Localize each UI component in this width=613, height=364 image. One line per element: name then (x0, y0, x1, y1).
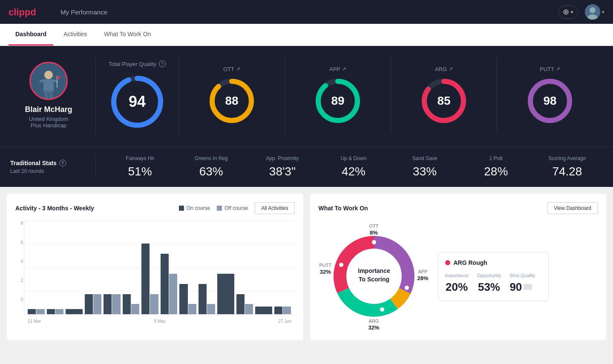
bar-on (123, 294, 131, 314)
svg-point-29 (405, 286, 409, 290)
bar-group-12 (236, 294, 253, 314)
bar-off (188, 304, 196, 314)
avatar (585, 4, 600, 20)
ott-label: OTT (223, 66, 234, 72)
bar-off (93, 294, 101, 314)
player-name: Blair McHarg (25, 105, 72, 114)
bar-off (207, 304, 215, 314)
info-card-title: ARG Rough (445, 259, 541, 266)
bar-on (47, 309, 55, 314)
putt-label: PUTT (540, 66, 554, 72)
trad-help-icon[interactable]: ? (59, 160, 66, 166)
x-label-may: 9 May (154, 319, 165, 324)
bar-on (104, 294, 112, 314)
bar-off (131, 304, 139, 314)
tab-dashboard[interactable]: Dashboard (9, 24, 53, 46)
app-value: 89 (331, 94, 344, 108)
info-card-dot (445, 260, 450, 265)
trad-stats-sublabel: Last 20 rounds (10, 168, 95, 174)
chart-title: Activity - 3 Months - Weekly (15, 205, 94, 212)
svg-point-31 (339, 263, 343, 267)
player-handicap: Plus Handicap (31, 122, 66, 129)
trad-stats-label: Traditional Stats ? (10, 160, 95, 166)
on-course-swatch (179, 206, 184, 211)
off-course-label: Off course (224, 205, 248, 211)
svg-text:Importance: Importance (358, 267, 390, 274)
user-avatar-button[interactable]: ▾ (585, 4, 604, 20)
bar-on (141, 244, 150, 314)
app-trend: ↗ (342, 66, 346, 72)
trad-stat-oneputt: 1 Putt 28% (460, 155, 532, 178)
bar-group-5 (104, 294, 121, 314)
svg-point-28 (372, 240, 376, 244)
add-button[interactable]: ⊕ ▾ (558, 5, 578, 19)
donut-label-arg: ARG 32% (368, 317, 379, 331)
main-content: Activity - 3 Months - Weekly On course O… (0, 187, 613, 347)
bar-off (55, 309, 63, 314)
info-card-stats: Importance 20% Opportunity 53% Shot Qual… (445, 273, 541, 294)
bar-group-6 (123, 294, 140, 314)
tab-what-to-work-on[interactable]: What To Work On (97, 24, 158, 46)
bar-on (217, 274, 234, 314)
bar-group-3 (66, 309, 83, 314)
svg-point-5 (44, 71, 53, 79)
info-stat-importance: Importance 20% (445, 273, 469, 294)
total-score-value: 94 (129, 93, 146, 111)
hero-section: Blair McHarg United Kingdom Plus Handica… (0, 46, 613, 146)
chart-header: Activity - 3 Months - Weekly On course O… (15, 202, 295, 214)
bar-off (112, 294, 120, 314)
work-title: What To Work On (319, 205, 368, 212)
putt-ring: 98 (527, 77, 573, 124)
trad-stat-scoring: Scoring Average 74.28 (532, 155, 603, 178)
trad-stat-updown: Up & Down 42% (318, 155, 389, 178)
y-label-0: 0 (20, 297, 23, 302)
work-panel: What To Work On View Dashboard (310, 194, 607, 340)
help-icon[interactable]: ? (159, 60, 166, 67)
arg-trend: ↗ (449, 66, 453, 72)
scores-area: Total Player Quality ? 94 (95, 56, 603, 134)
traditional-stats: Traditional Stats ? Last 20 rounds Fairw… (0, 146, 613, 187)
donut-label-app: APP 28% (417, 267, 428, 281)
svg-rect-10 (49, 91, 53, 98)
putt-value: 98 (543, 94, 556, 108)
trad-stat-fairways: Fairways Hit 51% (104, 155, 176, 178)
bar-on (199, 284, 207, 314)
player-avatar (29, 62, 68, 100)
view-dashboard-button[interactable]: View Dashboard (547, 202, 598, 214)
score-col-putt: PUTT ↗ 98 (497, 56, 603, 134)
all-activities-button[interactable]: All Activities (255, 202, 294, 214)
bar-off (169, 274, 177, 314)
nav-right: ⊕ ▾ ▾ (558, 4, 604, 20)
logo[interactable]: clippd (9, 6, 47, 18)
bar-group-10 (199, 284, 216, 314)
svg-text:To Scoring: To Scoring (358, 276, 389, 283)
app-ring: 89 (314, 77, 361, 124)
bar-group-13 (255, 307, 272, 314)
bar-off (36, 309, 44, 314)
bar-off (245, 304, 253, 314)
player-country: United Kingdom (29, 116, 69, 122)
y-label-6: 6 (20, 240, 23, 245)
sub-nav: Dashboard Activities What To Work On (0, 24, 613, 46)
y-label-4: 4 (20, 259, 23, 264)
tab-activities[interactable]: Activities (57, 24, 94, 46)
arg-label: ARG (435, 66, 447, 72)
bar-group-14 (274, 307, 291, 314)
bar-group-9 (179, 284, 196, 314)
donut-label-putt: PUTT 32% (319, 261, 332, 275)
bar-on (274, 307, 282, 314)
bar-group-11 (217, 274, 234, 314)
svg-text:clippd: clippd (9, 7, 36, 17)
score-col-app: APP ↗ 89 (285, 56, 391, 134)
trad-stat-proximity: App. Proximity 38'3" (247, 155, 318, 178)
x-label-mar: 21 Mar (28, 319, 41, 324)
bar-off (150, 294, 158, 314)
bar-on (236, 294, 245, 314)
arg-value: 85 (437, 94, 450, 108)
putt-trend: ↗ (556, 66, 560, 72)
bar-on (85, 294, 93, 314)
bar-group-4 (85, 294, 102, 314)
bar-on (161, 254, 169, 314)
chevron-down-icon: ▾ (602, 9, 604, 15)
plus-icon: ⊕ (563, 7, 569, 17)
